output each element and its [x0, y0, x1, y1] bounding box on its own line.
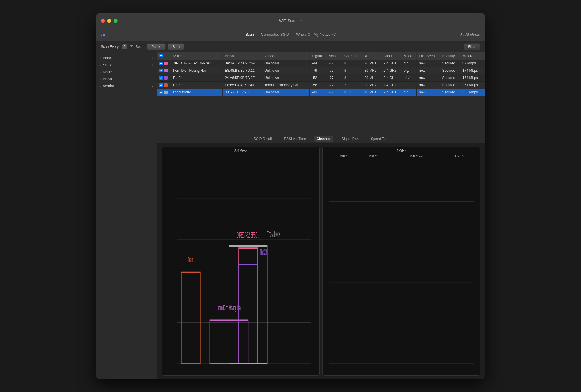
- col-mode[interactable]: Mode: [401, 52, 417, 60]
- col-noise[interactable]: Noise: [326, 52, 342, 60]
- row-vendor: Unknown: [262, 60, 310, 67]
- chart-5ghz: 5 GHz UNII-1 UNII-2 UNII-2 Ext UNII-3: [322, 147, 480, 376]
- sidebar-item-band[interactable]: › Band 1: [96, 55, 157, 62]
- toolbar-left: [101, 34, 107, 36]
- row-last_seen: now: [417, 74, 440, 82]
- row-noise: -77: [326, 67, 342, 74]
- chevron-right-icon: ›: [100, 71, 101, 74]
- row-checkbox[interactable]: [159, 91, 163, 94]
- row-last_seen: now: [417, 60, 440, 67]
- scan-number-dropdown[interactable]: ▾: [130, 45, 133, 48]
- controls-bar: Scan Every: 5 ▾ Sec. Pause Stop Filter: [96, 41, 485, 52]
- chevron-right-icon: ›: [100, 84, 101, 88]
- col-last-seen[interactable]: Last Seen: [417, 52, 440, 60]
- close-button[interactable]: [101, 19, 105, 23]
- tab-speed-test[interactable]: Speed Test: [369, 136, 391, 142]
- row-vendor: Unknown: [262, 67, 310, 74]
- tab-connected-ssid[interactable]: Connected SSID: [261, 31, 289, 38]
- row-vendor: Unknown: [262, 74, 310, 82]
- row-checkbox[interactable]: [159, 83, 163, 87]
- tab-signal-rank[interactable]: Signal Rank: [339, 136, 363, 142]
- row-vendor: Unknown: [262, 89, 310, 96]
- row-channel: 2: [342, 82, 362, 89]
- row-bssid: 08:55:31:E2:70:86: [223, 89, 262, 96]
- stop-button[interactable]: Stop: [168, 43, 184, 50]
- row-last_seen: now: [417, 67, 440, 74]
- col-band[interactable]: Band: [381, 52, 401, 60]
- sec-label: Sec.: [135, 45, 142, 49]
- row-ssid: Tiem Dien Hoang Hai: [170, 67, 223, 74]
- row-checkbox[interactable]: [159, 69, 163, 72]
- row-mode: g/n: [401, 60, 417, 67]
- sidebar-item-count: 2: [152, 84, 153, 88]
- row-ssid: Tho24: [170, 74, 223, 82]
- row-channel: 8: [342, 74, 362, 82]
- row-security: Secured: [440, 82, 460, 89]
- tab-channels[interactable]: Channels: [314, 136, 333, 142]
- row-noise: -77: [326, 82, 342, 89]
- main-content: › Band 1 › SSID 1 › Mode 3 › BSSID 5 › V: [96, 52, 485, 379]
- row-check-cell: [157, 67, 170, 74]
- row-security: Secured: [440, 74, 460, 82]
- fullscreen-button[interactable]: [114, 19, 118, 23]
- col-bssid[interactable]: BSSID: [223, 52, 262, 60]
- row-signal: -56: [310, 82, 326, 89]
- main-window: WiFi Scanner Scan Connected SSID Who's O…: [96, 13, 485, 379]
- sidebar-item-label: Band: [103, 56, 150, 60]
- row-last_seen: now: [417, 82, 440, 89]
- sidebar-item-label: SSID: [103, 63, 150, 67]
- chart-24ghz: 2.4 GHz 0 -20: [162, 147, 320, 376]
- sidebar-item-count: 5: [152, 77, 153, 81]
- row-max_rate: 174 Mbps: [460, 67, 485, 74]
- col-channel[interactable]: Channel: [342, 52, 362, 60]
- wifi-table: SSID BSSID Vendor Signal Noise Channel W…: [157, 52, 485, 96]
- toolbar-right: 5 of 5 shown: [460, 33, 480, 37]
- row-noise: -77: [326, 89, 342, 96]
- shown-count: 5 of 5 shown: [460, 33, 480, 37]
- tab-rssi-vs-time[interactable]: RSSI vs. Time: [281, 136, 308, 142]
- network-color-dot: [164, 83, 168, 87]
- row-checkbox[interactable]: [159, 76, 163, 80]
- col-check[interactable]: [157, 52, 170, 60]
- pause-button[interactable]: Pause: [147, 43, 166, 50]
- table-row[interactable]: Tho2424:A6:5E:0B:7A:9EUnknown-52-77820 M…: [157, 74, 485, 82]
- col-security[interactable]: Security: [440, 52, 460, 60]
- row-ssid: Tram: [170, 82, 223, 89]
- sidebar-item-mode[interactable]: › Mode 3: [96, 69, 157, 75]
- col-max-rate[interactable]: Max Rate: [460, 52, 485, 60]
- toolbar: Scan Connected SSID Who's On My Network?…: [96, 28, 485, 41]
- sidebar-item-bssid[interactable]: › BSSID 5: [96, 75, 157, 82]
- row-checkbox[interactable]: [159, 62, 163, 65]
- toolbar-nav: Scan Connected SSID Who's On My Network?: [245, 31, 336, 38]
- col-signal[interactable]: Signal: [310, 52, 326, 60]
- minimize-button[interactable]: [107, 19, 111, 23]
- unii2ext-label: UNII-2 Ext: [387, 154, 445, 158]
- table-row[interactable]: TramE8:65:D4:49:91:40Tenda Technology Co…: [157, 82, 485, 89]
- col-ssid[interactable]: SSID: [170, 52, 223, 60]
- network-color-dot: [164, 62, 168, 65]
- table-row[interactable]: Tiem Dien Hoang HaiE8:48:B8:B5:7D:11Unkn…: [157, 67, 485, 74]
- row-bssid: E8:48:B8:B5:7D:11: [223, 67, 262, 74]
- wifi-table-container: SSID BSSID Vendor Signal Noise Channel W…: [157, 52, 485, 134]
- tab-scan[interactable]: Scan: [245, 31, 254, 38]
- row-band: 2.4 GHz: [381, 67, 401, 74]
- row-security: Secured: [440, 89, 460, 96]
- y-axis-label: RSSI (dBm): [162, 256, 162, 273]
- table-row[interactable]: ThoMikrotik08:55:31:E2:70:86Unknown-43-7…: [157, 89, 485, 96]
- row-width: 40 MHz: [362, 89, 381, 96]
- filter-button[interactable]: Filter: [464, 43, 480, 50]
- row-check-cell: [157, 82, 170, 89]
- select-all-checkbox[interactable]: [159, 54, 163, 57]
- content-panel: SSID BSSID Vendor Signal Noise Channel W…: [157, 52, 485, 379]
- tab-ssid-details[interactable]: SSID Details: [251, 136, 276, 142]
- network-color-dot: [164, 76, 168, 80]
- sidebar-item-vendor[interactable]: › Vendor 2: [96, 82, 157, 89]
- col-vendor[interactable]: Vendor: [262, 52, 310, 60]
- table-row[interactable]: DIRECT-52-EPSON-7A1...3A:1A:52:7A:9C:59U…: [157, 60, 485, 67]
- col-width[interactable]: Width: [362, 52, 381, 60]
- tab-whos-on-network[interactable]: Who's On My Network?: [296, 31, 336, 38]
- row-band: 2.4 GHz: [381, 82, 401, 89]
- row-security: Secured: [440, 60, 460, 67]
- sidebar-item-ssid[interactable]: › SSID 1: [96, 62, 157, 69]
- unii2-label: UNII-2: [358, 154, 387, 158]
